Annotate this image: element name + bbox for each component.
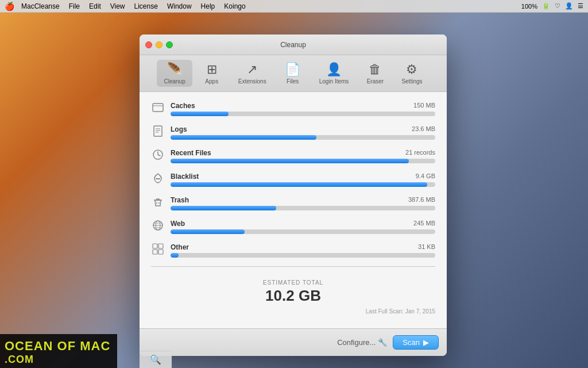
configure-icon: 🔧 — [378, 338, 387, 347]
settings-icon: ⚙ — [406, 62, 417, 77]
category-row-caches: Caches 150 MB — [151, 101, 435, 117]
files-icon: 📄 — [285, 62, 300, 77]
logs-name: Logs — [171, 125, 187, 133]
window-title: Cleanup — [280, 41, 306, 49]
toolbar-cleanup[interactable]: 🪶 Cleanup — [157, 60, 192, 87]
logs-progress-fill — [171, 135, 316, 140]
watermark: OCEAN OF MAC .COM — [0, 334, 117, 368]
apps-icon: ⊞ — [207, 62, 217, 77]
web-info: Web 245 MB — [171, 220, 435, 234]
category-row-other: Other 31 KB — [151, 243, 435, 258]
battery-icon: 🔋 — [542, 2, 550, 10]
bottom-bar: Configure... 🔧 Scan ▶ — [140, 328, 447, 356]
scan-play-icon: ▶ — [423, 338, 429, 347]
caches-progress-fill — [171, 112, 229, 116]
other-progress-fill — [171, 253, 179, 258]
blacklist-info: Blacklist 9.4 GB — [171, 172, 435, 187]
logs-info: Logs 23.6 MB — [171, 125, 435, 140]
login-items-icon: 👤 — [326, 62, 342, 77]
other-icon — [151, 243, 165, 258]
trash-info: Trash 387.6 MB — [171, 196, 435, 210]
toolbar-login-items[interactable]: 👤 Login Items — [312, 60, 356, 87]
maximize-button[interactable] — [166, 41, 173, 48]
minimize-button[interactable] — [156, 41, 163, 48]
settings-label: Settings — [401, 78, 422, 85]
svg-rect-18 — [153, 250, 157, 254]
blacklist-name: Blacklist — [171, 172, 199, 181]
watermark-line1: OCEAN OF MAC — [5, 339, 110, 354]
close-button[interactable] — [145, 41, 152, 48]
recent-files-name: Recent Files — [171, 149, 211, 157]
trash-icon — [151, 195, 165, 211]
recent-files-progress-bg — [171, 159, 435, 163]
web-size: 245 MB — [413, 220, 435, 228]
eraser-label: Eraser — [367, 78, 384, 85]
svg-rect-16 — [153, 244, 157, 248]
apps-label: Apps — [205, 78, 218, 85]
estimated-label: ESTIMATED TOTAL — [151, 279, 435, 286]
watermark-ocean: OCEAN — [5, 339, 53, 353]
menu-items: MacCleanse File Edit View License Window… — [21, 2, 521, 10]
menu-koingo[interactable]: Koingo — [224, 2, 245, 10]
blacklist-progress-bg — [171, 182, 435, 187]
watermark-mac: MAC — [80, 339, 110, 353]
logs-icon — [151, 125, 165, 140]
toolbar-extensions[interactable]: ↗ Extensions — [231, 60, 273, 87]
last-scan: Last Full Scan: Jan 7, 2015 — [151, 307, 435, 319]
blacklist-progress-fill — [171, 182, 427, 187]
search-icon: 🔍 — [150, 354, 161, 365]
menu-edit[interactable]: Edit — [89, 2, 101, 10]
svg-rect-2 — [154, 126, 162, 136]
logs-size: 23.6 MB — [412, 125, 435, 133]
extensions-icon: ↗ — [247, 62, 257, 77]
category-row-recent-files: Recent Files 21 records — [151, 148, 435, 164]
trash-size: 387.6 MB — [408, 196, 435, 204]
battery-percent: 100% — [521, 3, 537, 10]
svg-rect-17 — [158, 244, 163, 248]
configure-label: Configure... — [337, 338, 376, 347]
login-items-label: Login Items — [319, 78, 349, 85]
other-progress-bg — [171, 253, 435, 258]
configure-button[interactable]: Configure... 🔧 — [337, 338, 387, 347]
notification-icon: ☰ — [578, 2, 583, 10]
toolbar-settings[interactable]: ⚙ Settings — [394, 60, 429, 87]
estimated-total: ESTIMATED TOTAL 10.2 GB — [151, 274, 435, 307]
web-progress-fill — [171, 229, 245, 234]
web-progress-bg — [171, 229, 435, 234]
scan-button[interactable]: Scan ▶ — [393, 335, 439, 350]
menu-file[interactable]: File — [69, 2, 80, 10]
caches-size: 150 MB — [413, 102, 435, 110]
recent-files-progress-fill — [171, 159, 409, 163]
svg-rect-19 — [158, 250, 163, 254]
category-row-logs: Logs 23.6 MB — [151, 125, 435, 140]
svg-rect-0 — [153, 103, 163, 112]
other-size: 31 KB — [418, 243, 435, 251]
menu-help[interactable]: Help — [201, 2, 215, 10]
toolbar: 🪶 Cleanup ⊞ Apps ↗ Extensions 📄 Files 👤 … — [140, 55, 447, 92]
extensions-label: Extensions — [238, 78, 266, 85]
content-area: Caches 150 MB Logs 23.6 MB — [140, 92, 447, 328]
caches-info: Caches 150 MB — [171, 102, 435, 116]
eraser-icon: 🗑 — [369, 62, 381, 77]
menu-view[interactable]: View — [110, 2, 125, 10]
search-bottom[interactable]: 🔍 — [140, 351, 172, 368]
user-icon: 👤 — [565, 2, 573, 10]
category-row-trash: Trash 387.6 MB — [151, 195, 435, 211]
toolbar-apps[interactable]: ⊞ Apps — [195, 60, 229, 87]
toolbar-eraser[interactable]: 🗑 Eraser — [358, 60, 392, 87]
other-name: Other — [171, 243, 189, 251]
toolbar-files[interactable]: 📄 Files — [276, 60, 310, 87]
main-window: Cleanup 🪶 Cleanup ⊞ Apps ↗ Extensions 📄 … — [140, 34, 447, 356]
total-size: 10.2 GB — [151, 287, 435, 305]
menu-license[interactable]: License — [134, 2, 158, 10]
category-row-blacklist: Blacklist 9.4 GB — [151, 172, 435, 187]
apple-menu[interactable]: 🍎 — [5, 2, 14, 11]
recent-files-icon — [151, 148, 165, 164]
menu-window[interactable]: Window — [167, 2, 192, 10]
caches-name: Caches — [171, 102, 195, 110]
cleanup-label: Cleanup — [164, 78, 185, 85]
category-row-web: Web 245 MB — [151, 219, 435, 235]
traffic-lights — [145, 41, 173, 48]
menu-maccleanse[interactable]: MacCleanse — [21, 2, 60, 10]
files-label: Files — [287, 78, 299, 85]
